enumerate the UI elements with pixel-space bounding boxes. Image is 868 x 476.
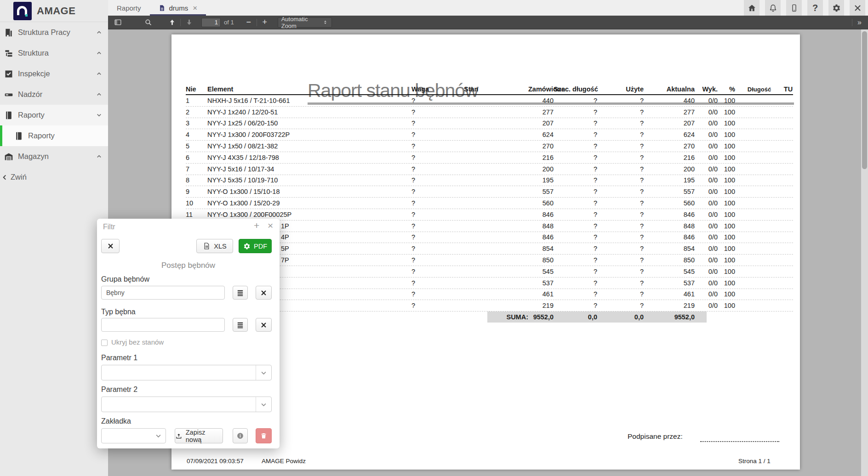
scrollbar-thumb[interactable] [862, 31, 867, 169]
sidebar-item-struktura[interactable]: Struktura [0, 43, 108, 63]
tab-close-icon[interactable]: × [193, 4, 197, 12]
tab-drums[interactable]: drums × [150, 0, 206, 16]
cell-waga: ? [411, 233, 464, 241]
cell-zamowione: 537 [528, 279, 554, 287]
pdf-page-down-button[interactable] [183, 17, 195, 28]
cell-dlugosc [735, 142, 783, 150]
sidebar-item-nadzor[interactable]: Nadzór [0, 84, 108, 105]
pdf-page-up-button[interactable] [166, 17, 178, 28]
close-app-button[interactable] [850, 0, 865, 16]
vertical-scrollbar[interactable] [861, 29, 868, 476]
home-button[interactable] [744, 0, 760, 16]
cell-uzyte: ? [597, 222, 644, 230]
bookmark-select[interactable] [101, 428, 166, 443]
cell-percent: 100 [718, 268, 735, 275]
mobile-button[interactable] [786, 0, 802, 16]
xls-label: XLS [214, 243, 226, 250]
sidebar-collapse-button[interactable]: Zwiń [0, 167, 108, 187]
cell-szac-dlugosc: ? [554, 256, 597, 264]
zoom-out-button[interactable]: − [243, 17, 254, 27]
gear-icon [832, 4, 841, 12]
warehouse-icon [4, 152, 13, 161]
sidebar-item-struktura-pracy[interactable]: Struktura Pracy [0, 22, 108, 43]
group-clear-button[interactable] [256, 286, 272, 300]
type-input[interactable] [101, 318, 225, 332]
home-icon [748, 4, 756, 12]
dialog-close-button[interactable] [101, 239, 120, 253]
zoom-level-select[interactable]: Automatic Zoom [278, 17, 332, 28]
cell-zamowione: 216 [528, 154, 554, 161]
x-bold-icon [260, 321, 268, 329]
cell-dlugosc [735, 302, 783, 309]
cell-uzyte: ? [597, 268, 644, 275]
cell-waga: ? [411, 290, 464, 298]
hide-empty-checkbox[interactable] [101, 340, 108, 346]
help-icon: ? [812, 3, 818, 13]
toolbar-overflow-button[interactable]: » [855, 18, 864, 27]
bookmark-info-button[interactable] [233, 428, 248, 443]
notifications-button[interactable] [765, 0, 781, 16]
chevron-down-icon [256, 365, 271, 380]
close-dialog-icon[interactable]: × [268, 221, 273, 230]
col-header: Waga [411, 85, 464, 93]
col-header: Element [207, 85, 411, 93]
type-clear-button[interactable] [256, 318, 272, 332]
pdf-search-button[interactable] [142, 17, 154, 28]
page-number-input[interactable] [201, 18, 221, 27]
cell-zamowione: 846 [528, 211, 554, 218]
group-input[interactable] [101, 286, 225, 300]
cell-percent: 100 [718, 245, 735, 252]
param1-select[interactable] [101, 365, 272, 380]
sidebar-item-inspekcje[interactable]: Inspekcje [0, 63, 108, 84]
cell-percent: 100 [718, 176, 735, 184]
book-icon [4, 111, 13, 120]
toolbar-divider [180, 19, 181, 26]
sidebar-item-raporty[interactable]: Raporty [0, 105, 108, 125]
cell-wyk: 0/0 [695, 119, 718, 127]
logo-arch-shape [17, 6, 27, 15]
help-button[interactable]: ? [807, 0, 823, 16]
cell-dlugosc [735, 256, 783, 264]
save-bookmark-button[interactable]: Zapisz nową [175, 428, 223, 443]
delete-bookmark-button[interactable] [256, 428, 272, 443]
cell-uzyte: ? [597, 233, 644, 241]
app-root: AMAGE Struktura Pracy Struktura Inspekcj… [0, 0, 868, 476]
type-list-button[interactable] [233, 318, 248, 332]
cell-dlugosc [735, 165, 783, 173]
pdf-sidebar-toggle-button[interactable] [112, 17, 124, 28]
col-header: Użyte [597, 85, 644, 93]
export-pdf-button[interactable]: PDF [239, 239, 272, 253]
col-header: TU [783, 85, 793, 93]
cell-percent: 100 [718, 222, 735, 230]
param2-select[interactable] [101, 397, 272, 412]
group-list-button[interactable] [233, 286, 248, 300]
cell-szac-dlugosc: ? [554, 131, 597, 138]
chevron-down-icon [256, 397, 271, 412]
settings-button[interactable] [828, 0, 844, 16]
add-filter-icon[interactable]: + [254, 221, 259, 230]
sidebar-subitem-raporty[interactable]: Raporty [0, 125, 108, 146]
cell-dlugosc [735, 268, 783, 275]
cell-szac-dlugosc: ? [554, 119, 597, 127]
cell-zamowione: 624 [528, 131, 554, 138]
cell-dlugosc [735, 245, 783, 252]
cell-uzyte: ? [597, 279, 644, 287]
col-header: Stan [464, 85, 528, 93]
tab-raporty[interactable]: Raporty [108, 0, 150, 16]
cell-aktualna: 440 [644, 97, 695, 104]
cell-zamowione: 854 [528, 245, 554, 252]
table-row: 2 NYY-J 1x240 / 12/20-51 ? 277 ? ? 277 0… [186, 107, 793, 118]
export-xls-button[interactable]: XLS [196, 239, 233, 253]
cell-waga: ? [411, 302, 464, 309]
cell-szac-dlugosc: ? [554, 233, 597, 241]
cell-waga: ? [411, 279, 464, 287]
topbar: Raporty drums × ? [108, 0, 868, 16]
table-row: 6 NYY-J 4X35 / 12/18-798 ? 216 ? ? 216 0… [186, 152, 793, 164]
sidebar-item-magazyn[interactable]: Magazyn [0, 146, 108, 167]
cell-dlugosc [735, 131, 783, 138]
zoom-in-button[interactable]: + [259, 17, 270, 27]
logo-dot-shape [25, 14, 28, 17]
cell-percent: 100 [718, 302, 735, 309]
chevron-down-icon [96, 112, 103, 119]
cell-element: NYY-J 5x35 / 10/19-710 [207, 176, 411, 184]
